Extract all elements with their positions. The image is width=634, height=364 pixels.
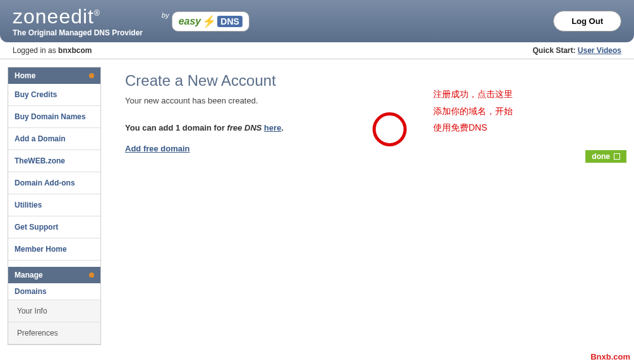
container: Home Buy Credits Buy Domain Names Add a … — [0, 59, 634, 353]
nav-get-support[interactable]: Get Support — [8, 216, 100, 238]
easy-text: easy — [179, 16, 201, 27]
nav-member-home[interactable]: Member Home — [8, 238, 100, 261]
dot-icon — [89, 273, 94, 278]
nav-buy-domain-names[interactable]: Buy Domain Names — [8, 106, 100, 128]
nav-your-info[interactable]: Your Info — [8, 300, 100, 322]
manage-section-head: Manage — [8, 267, 100, 283]
quick-start: Quick Start: User Videos — [532, 46, 621, 55]
nav-utilities[interactable]: Utilities — [8, 194, 100, 216]
nav-domain-addons[interactable]: Domain Add-ons — [8, 172, 100, 194]
by-label: by — [162, 11, 169, 19]
nav-add-a-domain[interactable]: Add a Domain — [8, 128, 100, 150]
username: bnxbcom — [58, 46, 92, 55]
logout-button[interactable]: Log Out — [553, 11, 621, 32]
add-free-domain-link[interactable]: Add free domain — [125, 144, 190, 153]
nav-buy-credits[interactable]: Buy Credits — [8, 84, 100, 106]
easydns-badge: easy ⚡ DNS — [172, 11, 249, 32]
watermark: Bnxb.com — [590, 352, 630, 353]
easydns-branding: by easy ⚡ DNS — [162, 11, 249, 32]
header-left: zoneedit® The Original Managed DNS Provi… — [13, 5, 249, 37]
header: zoneedit® The Original Managed DNS Provi… — [0, 0, 634, 42]
nav-theweb-zone[interactable]: TheWEB.zone — [8, 150, 100, 172]
logo-text: zoneedit® — [13, 5, 143, 28]
bolt-icon: ⚡ — [202, 15, 216, 28]
dns-text: DNS — [217, 16, 242, 27]
done-button[interactable]: done — [585, 150, 626, 163]
created-message: Your new account has been created. — [125, 96, 611, 105]
nav-preferences[interactable]: Preferences — [8, 322, 100, 344]
dot-icon — [89, 73, 94, 78]
manage-domains[interactable]: Domains — [8, 283, 100, 300]
home-section-head: Home — [8, 68, 100, 84]
page-title: Create a New Account — [125, 72, 611, 90]
square-icon — [614, 153, 620, 160]
logo: zoneedit® The Original Managed DNS Provi… — [13, 5, 143, 37]
here-link[interactable]: here — [264, 123, 281, 132]
annotation-text: 注册成功，点击这里 添加你的域名，开始 使用免费DNS — [433, 86, 513, 136]
sidebar: Home Buy Credits Buy Domain Names Add a … — [8, 67, 101, 345]
topbar: Logged in as bnxbcom Quick Start: User V… — [0, 42, 634, 59]
add-domain-message: You can add 1 domain for free DNS here. — [125, 123, 611, 132]
user-videos-link[interactable]: User Videos — [578, 46, 621, 55]
main-content: Create a New Account Your new account ha… — [110, 67, 626, 345]
loggedin-status: Logged in as bnxbcom — [13, 46, 92, 55]
logo-tagline: The Original Managed DNS Provider — [13, 28, 143, 37]
